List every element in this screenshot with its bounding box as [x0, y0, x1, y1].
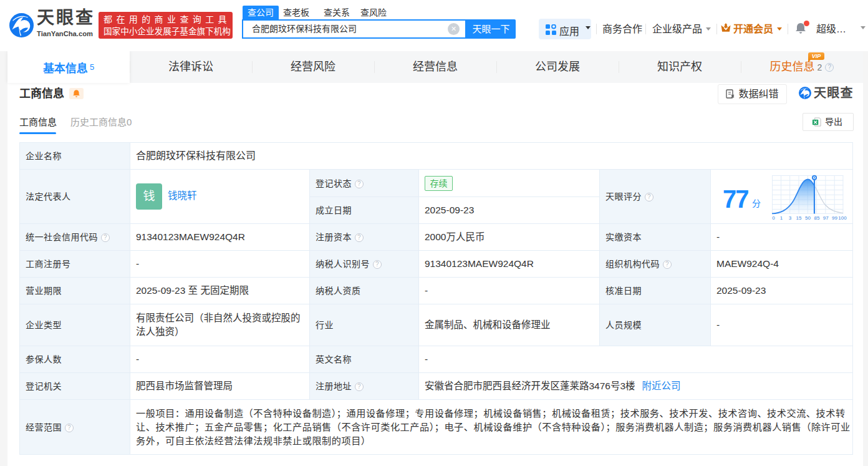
svg-text:97: 97 — [823, 215, 829, 221]
svg-text:100: 100 — [838, 215, 847, 221]
svg-text:50: 50 — [805, 215, 811, 221]
svg-text:15: 15 — [796, 215, 802, 221]
svg-text:85: 85 — [814, 215, 820, 221]
svg-text:99: 99 — [832, 215, 837, 221]
svg-text:3: 3 — [789, 215, 792, 221]
svg-text:0: 0 — [772, 215, 775, 221]
svg-text:1: 1 — [780, 215, 783, 221]
